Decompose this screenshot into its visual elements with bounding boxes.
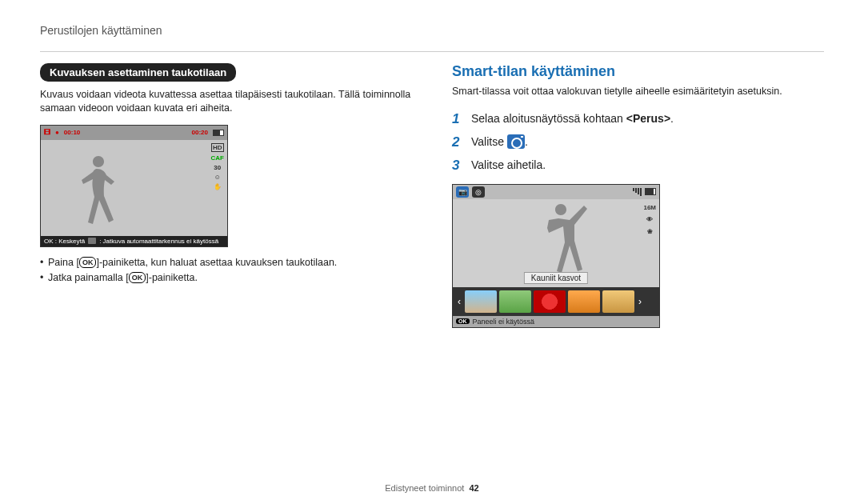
scene-thumb[interactable] xyxy=(568,290,600,313)
footer-section: Edistyneet toiminnot xyxy=(385,483,464,493)
t: Valitse xyxy=(471,135,507,148)
scene-thumb[interactable] xyxy=(602,290,634,313)
smart-mode-intro: Smart-tilassa voit ottaa valokuvan tiety… xyxy=(452,85,824,98)
smart-viewport: 16M 👁 ❀ Kauniit kasvot xyxy=(453,199,659,287)
caf-icon: CAF xyxy=(211,154,224,162)
panel-hint: Paneeli ei käytössä xyxy=(473,318,535,326)
stabilize-icon: ✋ xyxy=(214,183,222,190)
mode-scene-icon: ◎ xyxy=(472,186,485,198)
t: Selaa aloitusnäytössä kohtaan xyxy=(471,112,626,125)
step-number: 1 xyxy=(452,108,463,131)
signal-icon xyxy=(633,188,642,196)
face-icon: ☺ xyxy=(214,174,221,181)
camcorder-preview: 🎞 ● 00:10 00:20 HD CAF 30 ☺ ✋ xyxy=(40,125,228,247)
left-column: Kuvauksen asettaminen taukotilaan Kuvaus… xyxy=(40,63,412,328)
scene-thumb[interactable] xyxy=(465,290,497,313)
t: . xyxy=(670,112,674,125)
battery-icon xyxy=(645,188,656,195)
scene-thumb[interactable] xyxy=(534,290,566,313)
t: Jatka painamalla [ xyxy=(48,272,129,283)
skater-silhouette xyxy=(74,151,122,231)
bullet-pause: Paina [OK]-painiketta, kun haluat asetta… xyxy=(40,255,412,270)
steps-list: 1 Selaa aloitusnäytössä kohtaan <Perus>.… xyxy=(452,108,824,178)
step-text: Valitse aihetila. xyxy=(471,156,824,175)
chevron-left-icon[interactable]: ‹ xyxy=(456,296,462,307)
camcorder-right-icons: HD CAF 30 ☺ ✋ xyxy=(211,143,224,190)
left-intro: Kuvaus voidaan videota kuvattessa asetta… xyxy=(40,88,412,115)
ok-badge-icon: OK xyxy=(456,318,470,324)
rec-dot-icon: ● xyxy=(55,129,59,136)
scene-thumb[interactable] xyxy=(499,290,531,313)
flower-icon xyxy=(88,238,96,244)
eye-icon: 👁 xyxy=(643,216,656,223)
step-number: 3 xyxy=(452,154,463,178)
fps-icon: 30 xyxy=(214,164,221,171)
dancer-silhouette xyxy=(533,201,589,273)
t: . xyxy=(525,135,528,148)
rec-time-elapsed: 00:10 xyxy=(64,129,80,136)
scene-thumb-row: ‹ › xyxy=(453,287,659,316)
right-column: Smart-tilan käyttäminen Smart-tilassa vo… xyxy=(452,63,824,328)
step-2: 2 Valitse . xyxy=(452,131,824,154)
page-footer: Edistyneet toiminnot 42 xyxy=(0,483,864,493)
scene-label: Kauniit kasvot xyxy=(524,272,588,284)
smart-mode-icon xyxy=(507,134,525,149)
ok-key-icon: OK xyxy=(129,272,146,283)
camcorder-topbar: 🎞 ● 00:10 00:20 xyxy=(41,126,227,140)
af-hint: : Jatkuva automaattitarkennus ei käytöss… xyxy=(99,238,218,245)
left-bullets: Paina [OK]-painiketta, kun haluat asetta… xyxy=(40,255,412,286)
smart-bottombar: OK Paneeli ei käytössä xyxy=(453,316,659,327)
smart-topbar: 📷 ◎ xyxy=(453,185,659,199)
page-breadcrumb: Perustilojen käyttäminen xyxy=(40,24,824,37)
ok-hint-label: OK : Keskeytä xyxy=(44,238,85,245)
flower-macro-icon: ❀ xyxy=(643,228,656,235)
camcorder-viewport: HD CAF 30 ☺ ✋ xyxy=(41,140,227,236)
film-icon: 🎞 xyxy=(44,129,50,136)
content-columns: Kuvauksen asettaminen taukotilaan Kuvaus… xyxy=(40,63,824,328)
step-1: 1 Selaa aloitusnäytössä kohtaan <Perus>. xyxy=(452,108,824,131)
hd-icon: HD xyxy=(211,143,224,152)
t: ]-painiketta, kun haluat asettaa kuvauks… xyxy=(96,257,337,268)
rec-time-remaining: 00:20 xyxy=(192,129,208,136)
left-section-title: Kuvauksen asettaminen taukotilaan xyxy=(40,63,236,82)
step-text: Selaa aloitusnäytössä kohtaan <Perus>. xyxy=(471,110,824,129)
battery-icon xyxy=(213,130,224,136)
divider xyxy=(40,51,824,52)
resolution-icon: 16M xyxy=(643,204,656,211)
t: Paina [ xyxy=(48,257,79,268)
smart-mode-preview: 📷 ◎ 16M 👁 ❀ Kauniit kasvot ‹ xyxy=(452,184,660,328)
step-text: Valitse . xyxy=(471,133,824,152)
footer-page-number: 42 xyxy=(469,483,478,493)
perus-keyword: <Perus> xyxy=(626,112,670,125)
mode-camera-icon: 📷 xyxy=(456,186,469,198)
bullet-resume: Jatka painamalla [OK]-painiketta. xyxy=(40,270,412,286)
smart-side-icons: 16M 👁 ❀ xyxy=(643,204,656,235)
camcorder-bottombar: OK : Keskeytä : Jatkuva automaattitarken… xyxy=(41,236,227,246)
smart-mode-title: Smart-tilan käyttäminen xyxy=(452,63,824,80)
ok-key-icon: OK xyxy=(79,257,97,268)
step-3: 3 Valitse aihetila. xyxy=(452,154,824,178)
chevron-right-icon[interactable]: › xyxy=(637,296,643,307)
t: ]-painiketta. xyxy=(146,272,198,283)
step-number: 2 xyxy=(452,131,463,154)
